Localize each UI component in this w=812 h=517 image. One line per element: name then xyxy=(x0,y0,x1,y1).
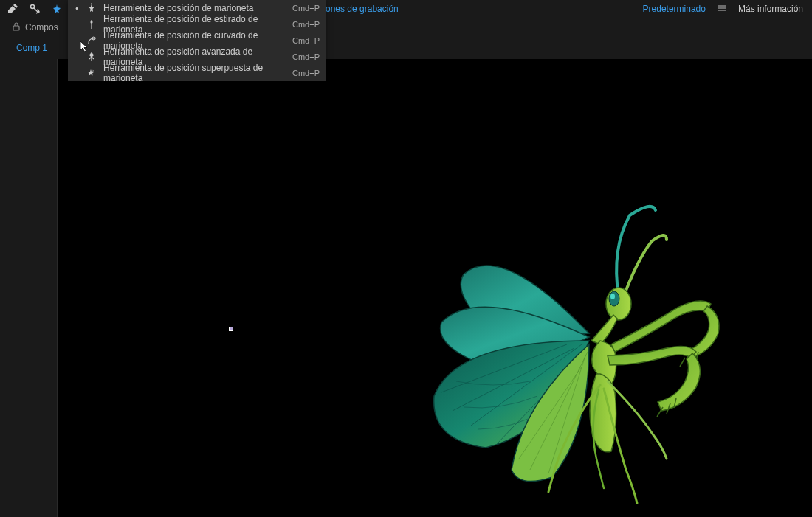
svg-rect-4 xyxy=(13,26,19,30)
eraser-tool-icon[interactable] xyxy=(2,1,23,17)
tab-comp1[interactable]: Comp 1 xyxy=(6,40,58,56)
bend-pin-icon xyxy=(86,35,97,46)
tool-icons-group xyxy=(0,1,67,17)
menu-shortcut: Cmd+P xyxy=(292,69,320,77)
roto-brush-tool-icon[interactable] xyxy=(24,1,45,17)
right-controls: Predeterminado Más información xyxy=(643,0,803,18)
menu-shortcut: Cmd+P xyxy=(292,36,320,45)
workspace-selector[interactable]: Predeterminado xyxy=(643,4,706,14)
svg-point-0 xyxy=(31,5,35,9)
pin-icon xyxy=(86,2,97,14)
menu-shortcut: Cmd+P xyxy=(292,20,320,29)
recording-options-link[interactable]: ones de grabación xyxy=(326,4,399,14)
menu-item-puppet-overlap[interactable]: Herramienta de posición superpuesta de m… xyxy=(68,65,326,81)
menu-shortcut: Cmd+P xyxy=(292,4,320,13)
bullet-icon: • xyxy=(74,4,80,13)
composition-label: Compos xyxy=(25,22,58,32)
starch-pin-icon xyxy=(86,18,97,30)
menu-label: Herramienta de posición superpuesta de m… xyxy=(103,63,286,83)
left-sidebar xyxy=(0,59,58,517)
composition-panel-header: Compos xyxy=(12,22,58,33)
lock-icon[interactable] xyxy=(12,22,21,33)
menu-lines-icon[interactable] xyxy=(717,3,727,15)
svg-point-7 xyxy=(91,21,92,23)
anchor-point-marker[interactable] xyxy=(229,327,233,331)
more-info-link[interactable]: Más información xyxy=(738,4,803,14)
menu-shortcut: Cmd+P xyxy=(292,52,320,61)
puppet-tool-dropdown: • Herramienta de posición de marioneta C… xyxy=(68,0,326,81)
mantis-graphic[interactable] xyxy=(382,197,737,514)
overlap-pin-icon xyxy=(86,67,97,79)
composition-viewport[interactable] xyxy=(58,59,812,517)
svg-point-11 xyxy=(609,291,619,306)
menu-label: Herramienta de posición de marioneta xyxy=(103,3,286,13)
advanced-pin-icon xyxy=(86,51,97,63)
svg-point-10 xyxy=(606,288,631,320)
svg-point-9 xyxy=(91,54,93,56)
puppet-pin-tool-icon[interactable] xyxy=(47,1,67,17)
svg-point-12 xyxy=(610,294,615,299)
